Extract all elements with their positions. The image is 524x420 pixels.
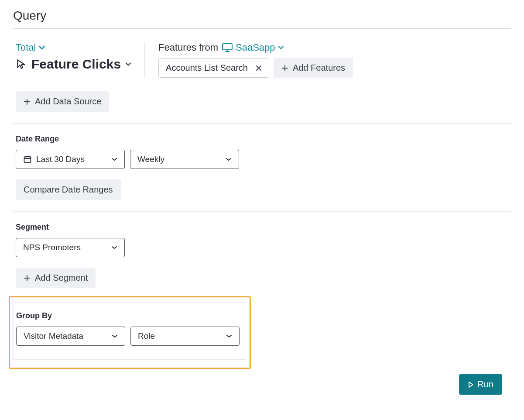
close-icon bbox=[256, 65, 262, 71]
group-by-field-value: Role bbox=[138, 331, 155, 341]
segment-label: Segment bbox=[16, 223, 511, 232]
plus-icon bbox=[24, 98, 31, 105]
segment-select[interactable]: NPS Promoters bbox=[16, 238, 125, 257]
svg-rect-3 bbox=[24, 157, 31, 163]
page-title: Query bbox=[13, 9, 511, 23]
run-button[interactable]: Run bbox=[459, 374, 502, 395]
add-features-button[interactable]: Add Features bbox=[274, 58, 353, 78]
divider bbox=[14, 302, 246, 303]
metric-selector[interactable]: Feature Clicks bbox=[16, 57, 131, 72]
date-range-section: Date Range Last 30 Days Weekly Compare D… bbox=[13, 124, 511, 211]
cursor-icon bbox=[16, 59, 27, 70]
aggregation-dropdown[interactable]: Total bbox=[16, 42, 131, 53]
chevron-down-icon bbox=[112, 334, 118, 338]
monitor-icon bbox=[222, 43, 233, 52]
plus-icon bbox=[24, 275, 31, 282]
group-by-source-value: Visitor Metadata bbox=[24, 331, 83, 341]
chevron-down-icon bbox=[226, 334, 232, 338]
feature-chip: Accounts List Search bbox=[158, 58, 269, 78]
compare-date-ranges-label: Compare Date Ranges bbox=[24, 185, 113, 195]
date-range-label: Date Range bbox=[16, 134, 511, 144]
app-selector[interactable]: SaaSapp bbox=[222, 42, 284, 53]
group-by-highlight: Group By Visitor Metadata Role bbox=[9, 296, 251, 369]
chevron-down-icon bbox=[278, 45, 284, 50]
metric-label: Feature Clicks bbox=[31, 57, 121, 72]
svg-rect-0 bbox=[223, 44, 232, 50]
chevron-down-icon bbox=[38, 45, 45, 50]
features-from-label: Features from bbox=[158, 42, 218, 53]
feature-chip-label: Accounts List Search bbox=[166, 63, 248, 73]
date-range-value: Last 30 Days bbox=[36, 155, 85, 164]
add-segment-label: Add Segment bbox=[35, 273, 88, 283]
data-source-section: Total Feature Clicks Features from SaaSa… bbox=[13, 29, 511, 123]
features-from-row: Features from SaaSapp bbox=[158, 42, 353, 53]
play-icon bbox=[468, 381, 474, 388]
app-name: SaaSapp bbox=[236, 42, 275, 53]
divider bbox=[14, 359, 246, 360]
group-by-label: Group By bbox=[16, 311, 246, 320]
calendar-icon bbox=[23, 155, 32, 164]
add-data-source-label: Add Data Source bbox=[35, 96, 101, 107]
chevron-down-icon bbox=[226, 158, 232, 161]
add-data-source-button[interactable]: Add Data Source bbox=[16, 91, 109, 112]
run-label: Run bbox=[477, 379, 493, 389]
chevron-down-icon bbox=[111, 158, 117, 161]
chevron-down-icon bbox=[125, 62, 131, 66]
chevron-down-icon bbox=[111, 246, 117, 249]
date-range-select[interactable]: Last 30 Days bbox=[16, 150, 125, 169]
group-by-field-select[interactable]: Role bbox=[130, 327, 240, 346]
granularity-value: Weekly bbox=[137, 155, 164, 164]
granularity-select[interactable]: Weekly bbox=[130, 150, 239, 169]
add-segment-button[interactable]: Add Segment bbox=[16, 268, 96, 288]
group-by-source-select[interactable]: Visitor Metadata bbox=[16, 327, 125, 346]
plus-icon bbox=[281, 65, 288, 72]
segment-section: Segment NPS Promoters Add Segment bbox=[13, 212, 511, 298]
aggregation-label: Total bbox=[16, 42, 36, 53]
compare-date-ranges-button[interactable]: Compare Date Ranges bbox=[16, 179, 121, 200]
segment-value: NPS Promoters bbox=[23, 243, 81, 252]
add-features-label: Add Features bbox=[293, 63, 345, 73]
remove-feature-button[interactable] bbox=[256, 65, 262, 71]
